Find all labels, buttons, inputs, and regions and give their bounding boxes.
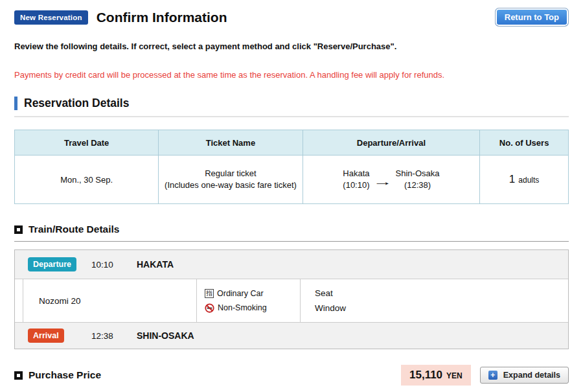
right-arrow-icon: → [372,176,392,188]
purchase-price-section: Purchase Price 15,110 YEN + Expand detai… [14,365,569,392]
price-currency: YEN [446,371,463,380]
arrival-badge: Arrival [28,329,64,343]
departure-badge: Departure [28,257,76,271]
instruction-text: Review the following details. If correct… [14,41,569,51]
users-count: 1 [509,173,515,185]
train-info-row: Nozomi 20 指 Ordinary Car Non-Smoking [15,279,568,323]
car-class-label: Ordinary Car [217,289,264,298]
expand-details-label: Expand details [503,371,560,380]
train-route-heading: Train/Route Details [14,224,569,242]
section-square-icon [14,371,23,380]
arrival-station-label: SHIN-OSAKA [137,330,194,341]
train-route-title: Train/Route Details [29,224,119,235]
table-row: Mon., 30 Sep. Regular ticket (Includes o… [15,156,569,204]
arrival-station-name: Shin-Osaka [396,168,440,179]
new-reservation-badge: New Reservation [14,10,88,25]
column-departure-arrival: Departure/Arrival [303,130,480,156]
ticket-note: (Includes one-way basic fare ticket) [159,179,301,191]
departure-station-name: Hakata [343,168,369,179]
arrival-time: (12:38) [396,179,440,191]
credit-card-warning-text: Payments by credit card will be processe… [14,70,569,80]
arrival-station-block: Shin-Osaka (12:38) [396,168,440,191]
arrival-time-label: 12:38 [91,331,137,341]
arrival-row: Arrival 12:38 SHIN-OSAKA [15,323,568,349]
train-name: Nozomi 20 [39,296,81,306]
reservation-details-heading: Reservation Details [14,97,569,117]
departure-time: (10:10) [343,179,369,191]
travel-date-cell: Mon., 30 Sep. [15,156,159,204]
departure-station-label: HAKATA [137,259,174,270]
column-no-of-users: No. of Users [480,130,569,156]
ticket-name-cell: Regular ticket (Includes one-way basic f… [159,156,303,204]
plus-icon: + [488,371,497,380]
column-ticket-name: Ticket Name [159,130,303,156]
purchase-price-title: Purchase Price [29,369,101,381]
reservation-details-title: Reservation Details [24,97,129,110]
section-bar-icon [14,97,17,110]
seat-label: Seat [315,288,568,298]
users-cell: 1adults [480,156,569,204]
section-square-icon [14,225,23,234]
train-name-cell: Nozomi 20 [23,279,197,322]
ticket-name: Regular ticket [159,168,301,179]
page-title: Confirm Information [97,10,227,25]
price-box: 15,110 YEN [401,365,471,386]
train-route-table: Departure 10:10 HAKATA Nozomi 20 指 Ordin… [14,249,569,349]
reservation-details-table: Travel Date Ticket Name Departure/Arriva… [14,130,569,204]
table-header-row: Travel Date Ticket Name Departure/Arriva… [15,130,569,156]
seat-info-cell: Seat Window [301,279,568,322]
row-spacer [15,279,23,322]
column-travel-date: Travel Date [15,130,159,156]
departure-arrival-cell: Hakata (10:10) → Shin-Osaka (12:38) [303,156,480,204]
car-info-cell: 指 Ordinary Car Non-Smoking [197,279,301,322]
price-amount: 15,110 [409,369,442,382]
non-smoking-icon [205,303,214,313]
smoking-label: Non-Smoking [218,303,267,312]
reserved-seat-icon: 指 [205,289,214,298]
departure-station-block: Hakata (10:10) [343,168,369,191]
users-unit: adults [518,176,539,185]
departure-time-label: 10:10 [91,260,137,270]
seat-type: Window [315,303,568,313]
expand-details-button[interactable]: + Expand details [480,367,569,384]
return-to-top-button[interactable]: Return to Top [495,8,569,27]
confirm-information-page: New Reservation Confirm Information Retu… [0,0,583,392]
departure-row: Departure 10:10 HAKATA [15,250,568,279]
page-header: New Reservation Confirm Information Retu… [14,8,569,27]
